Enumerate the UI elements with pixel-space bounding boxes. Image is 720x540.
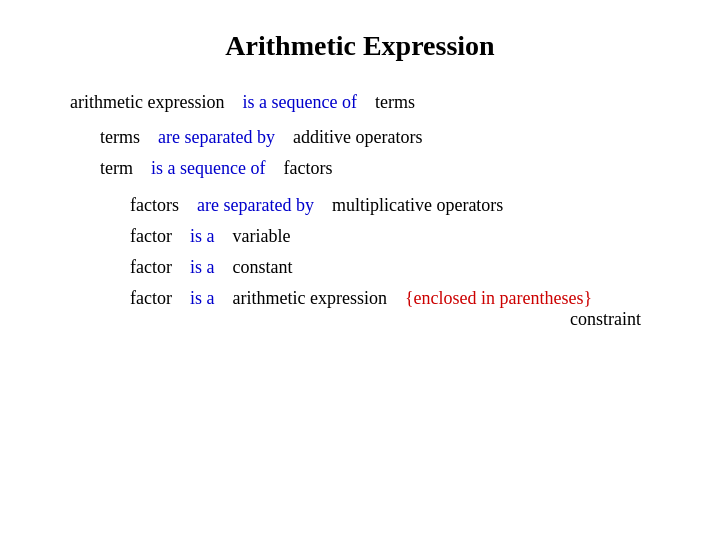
row-6: factor is a constant bbox=[130, 257, 292, 278]
term-factors-2: factors bbox=[130, 195, 179, 216]
term-factor-2: factor bbox=[130, 257, 172, 278]
term-term: term bbox=[100, 158, 133, 179]
term-constraint: constraint bbox=[570, 309, 641, 330]
row-1: arithmetic expression is a sequence of t… bbox=[70, 92, 415, 113]
phrase-is-a-1: is a bbox=[190, 226, 215, 247]
term-additive-operators: additive operators bbox=[293, 127, 422, 148]
row-5: factor is a variable bbox=[130, 226, 290, 247]
phrase-is-a-sequence-of-2: is a sequence of bbox=[151, 158, 265, 179]
term-factors-1: factors bbox=[283, 158, 332, 179]
row-4: factors are separated by multiplicative … bbox=[130, 195, 503, 216]
term-arithmetic-expression-2: arithmetic expression bbox=[232, 288, 386, 309]
term-factor-3: factor bbox=[130, 288, 172, 309]
term-terms-1: terms bbox=[375, 92, 415, 113]
phrase-are-separated-by-1: are separated by bbox=[158, 127, 275, 148]
term-terms-2: terms bbox=[100, 127, 140, 148]
phrase-are-separated-by-2: are separated by bbox=[197, 195, 314, 216]
row-3: term is a sequence of factors bbox=[100, 158, 332, 179]
row-7: factor is a arithmetic expression {enclo… bbox=[130, 288, 680, 330]
phrase-is-a-3: is a bbox=[190, 288, 215, 309]
phrase-is-a-2: is a bbox=[190, 257, 215, 278]
term-multiplicative-operators: multiplicative operators bbox=[332, 195, 503, 216]
term-arithmetic-expression: arithmetic expression bbox=[70, 92, 224, 113]
phrase-enclosed-in-parentheses: {enclosed in parentheses} bbox=[405, 288, 592, 309]
term-constant: constant bbox=[232, 257, 292, 278]
phrase-is-a-sequence-of-1: is a sequence of bbox=[242, 92, 356, 113]
term-factor-1: factor bbox=[130, 226, 172, 247]
term-variable: variable bbox=[232, 226, 290, 247]
row-2: terms are separated by additive operator… bbox=[100, 127, 422, 148]
page-title: Arithmetic Expression bbox=[40, 30, 680, 62]
page: Arithmetic Expression arithmetic express… bbox=[0, 0, 720, 540]
